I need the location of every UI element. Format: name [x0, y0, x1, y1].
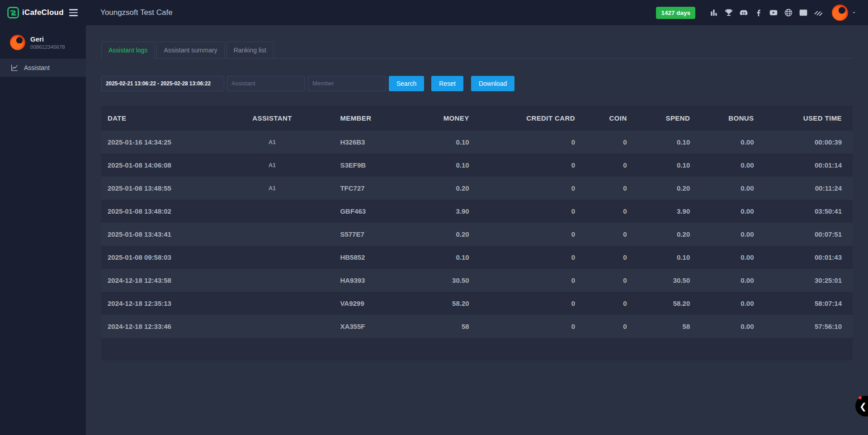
user-card: Geri 008612345678 [0, 25, 86, 59]
table-cell: A1 [244, 154, 301, 177]
log-table-body: 2025-01-16 14:34:25A1H326B30.10000.100.0… [101, 131, 853, 338]
table-cell: 0 [476, 200, 581, 223]
table-cell: 2025-01-08 09:58:03 [101, 246, 244, 269]
discord-icon[interactable] [739, 8, 748, 17]
table-cell: 00:01:43 [760, 246, 853, 269]
license-doc-icon[interactable] [799, 8, 808, 17]
table-cell: 2025-01-16 14:34:25 [101, 131, 244, 154]
table-cell [244, 223, 301, 246]
user-avatar[interactable] [832, 5, 848, 21]
table-cell: 0.10 [633, 131, 697, 154]
table-cell: 00:00:39 [760, 131, 853, 154]
reset-button[interactable]: Reset [431, 76, 463, 91]
table-cell: 3.90 [402, 200, 476, 223]
table-row[interactable]: 2025-01-08 13:43:41S577E70.20000.200.000… [101, 223, 853, 246]
table-cell: GBF463 [300, 200, 401, 223]
table-cell: 0 [581, 246, 633, 269]
main-content: Assistant logs Assistant summary Ranking… [86, 25, 868, 435]
sidebar: Geri 008612345678 Assistant [0, 25, 86, 435]
tab-assistant-logs[interactable]: Assistant logs [101, 42, 155, 59]
table-cell [244, 269, 301, 292]
table-cell: 00:07:51 [760, 223, 853, 246]
assistant-logs-panel: DATEASSISTANTMEMBERMONEYCREDIT CARDCOINS… [101, 106, 853, 360]
table-cell: 03:50:41 [760, 200, 853, 223]
search-button[interactable]: Search [389, 76, 424, 91]
table-cell: 0 [476, 315, 581, 338]
table-cell: 0 [476, 292, 581, 315]
table-cell [244, 315, 301, 338]
table-cell [244, 292, 301, 315]
sidebar-menu: Assistant [0, 59, 86, 77]
line-chart-icon [10, 64, 19, 72]
table-cell: A1 [244, 177, 301, 200]
table-row[interactable]: 2024-12-18 12:33:46XA355F5800580.0057:56… [101, 315, 853, 338]
table-cell: 0 [581, 200, 633, 223]
table-cell: 0.20 [633, 223, 697, 246]
table-cell: 57:56:10 [760, 315, 853, 338]
table-cell: 0 [476, 223, 581, 246]
download-button[interactable]: Download [471, 76, 514, 91]
column-header-spend: SPEND [633, 106, 697, 131]
table-cell: 3.90 [633, 200, 697, 223]
table-cell: 58:07:14 [760, 292, 853, 315]
tab-bar: Assistant logs Assistant summary Ranking… [101, 42, 853, 59]
menu-toggle-button[interactable] [68, 7, 79, 18]
youtube-icon[interactable] [769, 8, 778, 17]
table-cell: 0.10 [633, 154, 697, 177]
table-cell: 0 [476, 269, 581, 292]
column-header-coin: COIN [581, 106, 633, 131]
table-row[interactable]: 2025-01-08 14:06:08A1S3EF9B0.10000.100.0… [101, 154, 853, 177]
table-cell: VA9299 [300, 292, 401, 315]
table-row[interactable]: 2025-01-08 09:58:03HB58520.10000.100.000… [101, 246, 853, 269]
chevron-down-icon[interactable] [851, 9, 857, 16]
table-cell: 2025-01-08 14:06:08 [101, 154, 244, 177]
table-cell: 30:25:01 [760, 269, 853, 292]
table-cell: XA355F [300, 315, 401, 338]
column-header-used-time: USED TIME [760, 106, 853, 131]
tab-assistant-summary[interactable]: Assistant summary [156, 42, 224, 59]
license-days-badge[interactable]: 1427 days [656, 7, 695, 19]
table-cell: HB5852 [300, 246, 401, 269]
table-row[interactable]: 2024-12-18 12:43:58HA939330.500030.500.0… [101, 269, 853, 292]
table-cell: 0 [476, 246, 581, 269]
sidebar-user-avatar [10, 35, 25, 50]
table-cell: 0.00 [696, 315, 760, 338]
sidebar-item-assistant[interactable]: Assistant [0, 59, 86, 77]
table-cell: TFC727 [300, 177, 401, 200]
date-range-input[interactable] [101, 76, 224, 91]
table-cell [244, 200, 301, 223]
table-row[interactable]: 2025-01-08 13:48:55A1TFC7270.20000.200.0… [101, 177, 853, 200]
table-cell: 30.50 [633, 269, 697, 292]
column-header-date: DATE [101, 106, 244, 131]
chat-notification-dot [859, 396, 862, 399]
user-id: 008612345678 [30, 44, 65, 50]
table-row[interactable]: 2025-01-16 14:34:25A1H326B30.10000.100.0… [101, 131, 853, 154]
table-cell: S577E7 [300, 223, 401, 246]
tab-ranking-list[interactable]: Ranking list [226, 42, 274, 59]
table-row[interactable]: 2025-01-08 13:48:02GBF4633.90003.900.000… [101, 200, 853, 223]
filter-bar: Search Reset Download [101, 76, 853, 91]
trophy-icon[interactable] [724, 8, 733, 17]
table-row[interactable]: 2024-12-18 12:35:13VA929958.200058.200.0… [101, 292, 853, 315]
table-cell: 2024-12-18 12:33:46 [101, 315, 244, 338]
table-cell: 0 [581, 292, 633, 315]
stats-icon[interactable] [709, 8, 718, 17]
table-cell: 0 [581, 269, 633, 292]
column-header-credit-card: CREDIT CARD [476, 106, 581, 131]
table-cell: 0 [476, 154, 581, 177]
table-cell: 0.10 [402, 246, 476, 269]
table-cell [244, 246, 301, 269]
topbar: iCafeCloud Youngzsoft Test Cafe 1427 day… [0, 0, 868, 25]
table-cell: 0.20 [633, 177, 697, 200]
brand-wing-icon[interactable] [814, 8, 823, 17]
globe-icon[interactable] [784, 8, 793, 17]
member-filter-input[interactable] [308, 76, 386, 91]
table-cell: 00:11:24 [760, 177, 853, 200]
assistant-filter-input[interactable] [227, 76, 305, 91]
table-cell: 0 [476, 131, 581, 154]
table-cell: 0.10 [402, 131, 476, 154]
table-cell: 0.20 [402, 177, 476, 200]
table-cell: 0.00 [696, 177, 760, 200]
table-cell: 00:01:14 [760, 154, 853, 177]
facebook-icon[interactable] [754, 8, 763, 17]
